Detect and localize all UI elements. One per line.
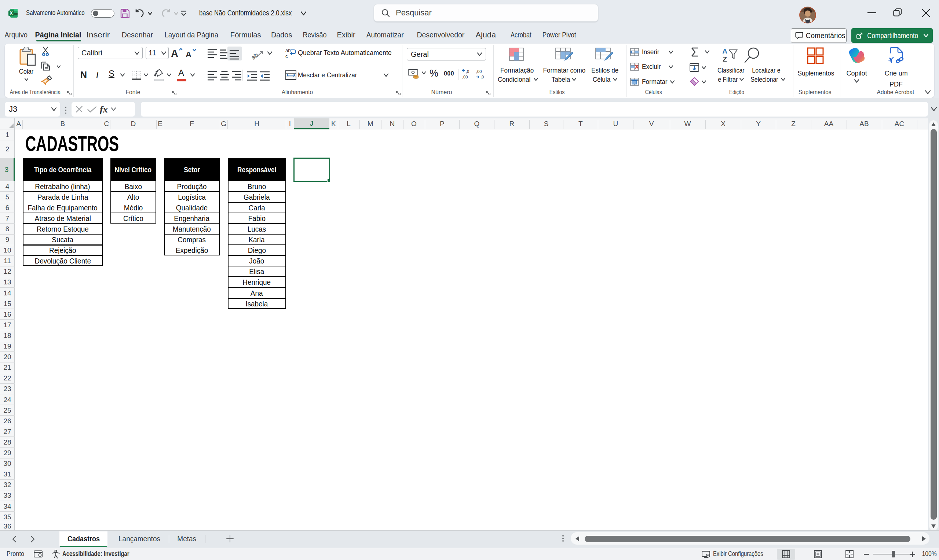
svg-text:c: c [285, 54, 288, 58]
svg-text:,0: ,0 [466, 69, 469, 74]
svg-text:Z: Z [723, 55, 727, 63]
svg-text:A: A [171, 48, 178, 59]
svg-text:X: X [9, 11, 12, 16]
svg-text:ab: ab [285, 48, 290, 53]
svg-text:,00: ,00 [462, 75, 468, 79]
svg-text:A: A [722, 48, 727, 55]
svg-text:A: A [186, 50, 191, 59]
